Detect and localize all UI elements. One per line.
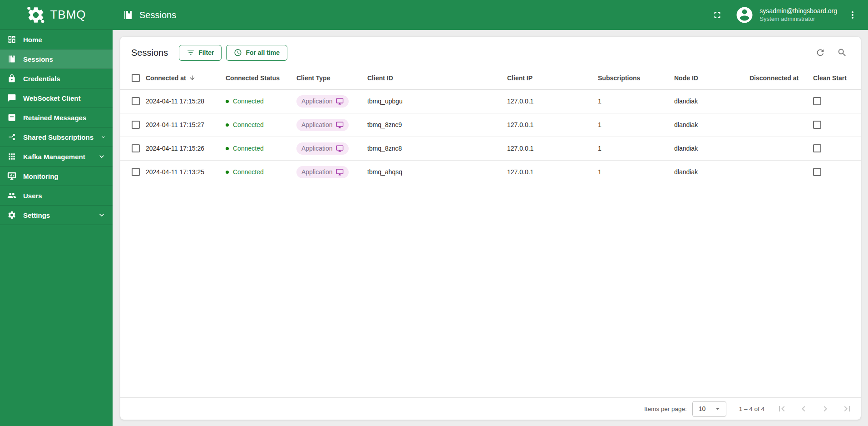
- application-monitor-icon: [336, 98, 344, 105]
- cell-client-ip: 127.0.0.1: [507, 113, 598, 137]
- cell-disconnected-at: [750, 137, 813, 160]
- first-page-button[interactable]: [771, 400, 793, 418]
- page-size-select[interactable]: 10: [692, 401, 726, 417]
- next-page-button[interactable]: [814, 400, 836, 418]
- refresh-button[interactable]: [812, 44, 829, 61]
- table-row[interactable]: 2024-04-11 17:15:28 Connected Applicatio…: [120, 89, 861, 113]
- sidebar-item-credentials[interactable]: Credentials: [0, 69, 113, 88]
- sidebar-item-kafka-management[interactable]: Kafka Management: [0, 147, 113, 166]
- sidebar: TBMQ Home Sessions Credentials WebSocket…: [0, 0, 113, 426]
- clock-icon: [234, 49, 242, 57]
- last-page-icon: [842, 403, 853, 414]
- table-row[interactable]: 2024-04-11 17:13:25 Connected Applicatio…: [120, 160, 861, 184]
- search-icon: [837, 48, 847, 58]
- monitor-icon: [7, 171, 16, 181]
- cell-client-ip: 127.0.0.1: [507, 137, 598, 160]
- cell-client-ip: 127.0.0.1: [507, 160, 598, 184]
- cell-node-id: dlandiak: [674, 137, 750, 160]
- sidebar-item-websocket-client[interactable]: WebSocket Client: [0, 88, 113, 108]
- column-header-connected-status[interactable]: Connected Status: [226, 67, 296, 89]
- time-range-button[interactable]: For all time: [226, 45, 287, 61]
- clean-start-checkbox[interactable]: [813, 144, 821, 152]
- client-type-chip: Application: [296, 166, 349, 178]
- column-header-subscriptions[interactable]: Subscriptions: [598, 67, 674, 89]
- cell-client-id: tbmq_ahqsq: [367, 160, 507, 184]
- cell-client-id: tbmq_upbgu: [367, 89, 507, 113]
- cell-client-type: Application: [296, 137, 367, 160]
- application-monitor-icon: [336, 145, 344, 152]
- cell-client-id: tbmq_8znc9: [367, 113, 507, 137]
- search-button[interactable]: [833, 44, 851, 61]
- column-header-disconnected-at[interactable]: Disconnected at: [750, 67, 813, 89]
- chevron-down-icon: [97, 152, 106, 161]
- table-header-row: Connected at Connected Status Client Typ…: [120, 67, 861, 89]
- row-checkbox[interactable]: [132, 168, 140, 176]
- cell-client-ip: 127.0.0.1: [507, 89, 598, 113]
- range-label: 1 – 4 of 4: [739, 406, 764, 412]
- user-menu-button[interactable]: [843, 6, 862, 24]
- cell-subscriptions: 1: [598, 137, 674, 160]
- cell-clean-start: [813, 113, 861, 137]
- chevron-right-icon: [820, 403, 831, 414]
- sidebar-item-sessions[interactable]: Sessions: [0, 49, 113, 69]
- status-dot: [226, 147, 229, 150]
- cell-connected-at: 2024-04-11 17:15:28: [146, 89, 226, 113]
- archive-icon: [7, 113, 16, 122]
- sidebar-item-users[interactable]: Users: [0, 186, 113, 206]
- cell-node-id: dlandiak: [674, 160, 750, 184]
- people-icon: [7, 191, 16, 200]
- table-row[interactable]: 2024-04-11 17:15:26 Connected Applicatio…: [120, 137, 861, 160]
- sidebar-item-monitoring[interactable]: Monitoring: [0, 166, 113, 186]
- lock-icon: [7, 74, 16, 83]
- row-checkbox[interactable]: [132, 121, 140, 129]
- sidebar-item-settings[interactable]: Settings: [0, 206, 113, 225]
- user-info[interactable]: sysadmin@thingsboard.org System administ…: [760, 7, 837, 23]
- fullscreen-button[interactable]: [709, 6, 726, 24]
- cell-disconnected-at: [750, 113, 813, 137]
- clean-start-checkbox[interactable]: [813, 97, 821, 105]
- column-header-client-ip[interactable]: Client IP: [507, 67, 598, 89]
- cell-disconnected-at: [750, 160, 813, 184]
- sidebar-item-home[interactable]: Home: [0, 30, 113, 49]
- cell-connected-at: 2024-04-11 17:13:25: [146, 160, 226, 184]
- cell-connected-status: Connected: [226, 113, 296, 137]
- avatar[interactable]: [735, 5, 754, 24]
- application-monitor-icon: [336, 121, 344, 129]
- cell-client-type: Application: [296, 113, 367, 137]
- app-logo[interactable]: TBMQ: [0, 0, 113, 30]
- column-header-clean-start[interactable]: Clean Start: [813, 67, 861, 89]
- column-header-connected-at[interactable]: Connected at: [146, 67, 226, 89]
- filter-icon: [187, 49, 195, 57]
- select-all-checkbox[interactable]: [132, 74, 140, 82]
- last-page-button[interactable]: [836, 400, 858, 418]
- sidebar-item-retained-messages[interactable]: Retained Messages: [0, 108, 113, 127]
- row-checkbox[interactable]: [132, 97, 140, 105]
- refresh-icon: [815, 48, 825, 58]
- status-dot: [226, 171, 229, 174]
- row-checkbox[interactable]: [132, 144, 140, 152]
- cell-node-id: dlandiak: [674, 113, 750, 137]
- previous-page-button[interactable]: [793, 400, 814, 418]
- cell-connected-status: Connected: [226, 89, 296, 113]
- sessions-book-icon: [123, 10, 133, 20]
- cell-client-id: tbmq_8znc8: [367, 137, 507, 160]
- apps-icon: [7, 152, 16, 161]
- main-content: Sessions Filter For all time: [113, 30, 868, 426]
- cell-subscriptions: 1: [598, 113, 674, 137]
- tbmq-logo-icon: [26, 5, 45, 24]
- sidebar-item-shared-subscriptions[interactable]: Shared Subscriptions: [0, 127, 113, 147]
- clean-start-checkbox[interactable]: [813, 121, 821, 129]
- cell-connected-at: 2024-04-11 17:15:27: [146, 113, 226, 137]
- column-header-client-id[interactable]: Client ID: [367, 67, 507, 89]
- column-header-client-type[interactable]: Client Type: [296, 67, 367, 89]
- topbar: Sessions sysadmin@thingsboard.org System…: [113, 0, 868, 30]
- page-title-label: Sessions: [139, 10, 176, 20]
- cell-clean-start: [813, 89, 861, 113]
- clean-start-checkbox[interactable]: [813, 168, 821, 176]
- first-page-icon: [776, 403, 787, 414]
- sessions-table: Connected at Connected Status Client Typ…: [120, 67, 861, 184]
- filter-button[interactable]: Filter: [179, 45, 222, 61]
- table-row[interactable]: 2024-04-11 17:15:27 Connected Applicatio…: [120, 113, 861, 137]
- status-dot: [226, 100, 229, 103]
- column-header-node-id[interactable]: Node ID: [674, 67, 750, 89]
